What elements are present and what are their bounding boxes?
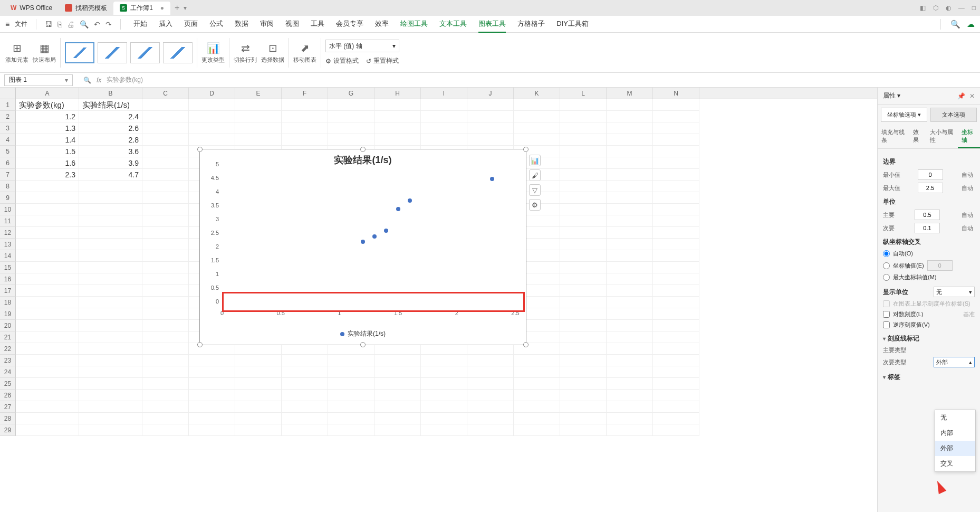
cell[interactable] <box>514 424 560 436</box>
cell[interactable] <box>142 401 189 413</box>
cell[interactable] <box>421 390 467 401</box>
cloud-icon[interactable]: ☁ <box>967 20 975 29</box>
cell[interactable] <box>421 401 467 413</box>
cell[interactable] <box>328 401 374 413</box>
cell[interactable] <box>16 331 79 343</box>
cell[interactable] <box>607 355 653 366</box>
cell[interactable] <box>79 262 142 273</box>
cell[interactable] <box>189 99 235 111</box>
select-all-corner[interactable] <box>0 88 16 99</box>
cell[interactable] <box>79 297 142 308</box>
row-header[interactable]: 29 <box>0 424 16 436</box>
cell[interactable] <box>282 424 328 436</box>
menu-text-tools[interactable]: 文本工具 <box>439 16 467 33</box>
spreadsheet[interactable]: A B C D E F G H I J K L M N 1实验参数(kg)实验结… <box>0 88 877 512</box>
cell[interactable] <box>16 227 79 239</box>
menu-formula[interactable]: 公式 <box>209 16 223 33</box>
cell[interactable] <box>16 401 79 413</box>
cell[interactable] <box>16 273 79 285</box>
cell[interactable]: 1.2 <box>16 111 79 122</box>
cell[interactable] <box>282 390 328 401</box>
cell[interactable] <box>235 424 282 436</box>
row-header[interactable]: 20 <box>0 320 16 331</box>
cell[interactable] <box>514 390 560 401</box>
cell[interactable] <box>79 204 142 215</box>
row-header[interactable]: 28 <box>0 413 16 424</box>
cell[interactable] <box>467 122 514 134</box>
cell[interactable] <box>142 250 189 262</box>
cell[interactable] <box>16 378 79 390</box>
cross-auto-radio[interactable] <box>883 250 890 257</box>
col-header[interactable]: E <box>235 88 282 99</box>
cell[interactable] <box>653 181 699 192</box>
reverse-checkbox[interactable] <box>883 321 890 328</box>
cell[interactable] <box>79 250 142 262</box>
cell[interactable] <box>189 413 235 424</box>
cell[interactable] <box>374 134 421 146</box>
quick-layout-button[interactable]: ▦快速布局 <box>33 42 56 64</box>
cell[interactable] <box>560 99 607 111</box>
cell[interactable] <box>607 227 653 239</box>
cell[interactable]: 3.9 <box>79 157 142 169</box>
cell[interactable] <box>560 122 607 134</box>
col-header[interactable]: L <box>560 88 607 99</box>
cell[interactable] <box>560 273 607 285</box>
cell[interactable] <box>607 308 653 320</box>
cell[interactable]: 实验结果(1/s) <box>79 99 142 111</box>
cell[interactable] <box>467 134 514 146</box>
menu-grid[interactable]: 方格格子 <box>517 16 545 33</box>
cell[interactable]: 2.3 <box>16 169 79 181</box>
cell[interactable] <box>189 111 235 122</box>
cell[interactable] <box>653 413 699 424</box>
menu-start[interactable]: 开始 <box>133 16 147 33</box>
cell[interactable]: 2.4 <box>79 111 142 122</box>
data-point[interactable] <box>384 229 388 233</box>
cell[interactable] <box>16 181 79 192</box>
cell[interactable] <box>653 378 699 390</box>
cell[interactable] <box>514 111 560 122</box>
user-icon[interactable]: ◐ <box>946 4 951 12</box>
cell[interactable] <box>142 366 189 378</box>
cell[interactable] <box>653 424 699 436</box>
cell[interactable] <box>235 390 282 401</box>
redo-icon[interactable]: ↷ <box>105 20 112 29</box>
cell[interactable] <box>374 424 421 436</box>
cell[interactable] <box>560 204 607 215</box>
template-tab[interactable]: 找稻壳模板 <box>59 2 113 15</box>
cell[interactable] <box>142 239 189 250</box>
cell[interactable] <box>560 320 607 331</box>
row-header[interactable]: 2 <box>0 111 16 122</box>
cell[interactable] <box>79 215 142 227</box>
chart-style-1[interactable] <box>65 42 94 63</box>
cell[interactable] <box>653 308 699 320</box>
row-header[interactable]: 15 <box>0 262 16 273</box>
cell[interactable] <box>142 424 189 436</box>
cell[interactable] <box>79 308 142 320</box>
row-header[interactable]: 5 <box>0 146 16 157</box>
dropdown-option-none[interactable]: 无 <box>935 410 975 425</box>
cell[interactable] <box>142 227 189 239</box>
cell[interactable] <box>142 99 189 111</box>
cell[interactable] <box>607 424 653 436</box>
cell[interactable]: 3.6 <box>79 146 142 157</box>
cell[interactable] <box>653 122 699 134</box>
subtab-effect[interactable]: 效果 <box>909 125 926 148</box>
cell[interactable] <box>560 262 607 273</box>
cell[interactable] <box>607 273 653 285</box>
cell[interactable] <box>653 169 699 181</box>
cell[interactable] <box>235 413 282 424</box>
row-header[interactable]: 27 <box>0 401 16 413</box>
chart-style-3[interactable] <box>130 42 160 63</box>
cell[interactable] <box>189 366 235 378</box>
cell[interactable] <box>607 320 653 331</box>
maximize-icon[interactable]: □ <box>972 4 976 12</box>
menu-member[interactable]: 会员专享 <box>336 16 363 33</box>
row-header[interactable]: 12 <box>0 227 16 239</box>
cell[interactable] <box>607 215 653 227</box>
formula-input[interactable]: 实验参数(kg) <box>107 75 143 84</box>
cell[interactable] <box>653 390 699 401</box>
cell[interactable] <box>142 122 189 134</box>
cell[interactable] <box>16 308 79 320</box>
cell[interactable] <box>328 355 374 366</box>
cell[interactable] <box>514 122 560 134</box>
